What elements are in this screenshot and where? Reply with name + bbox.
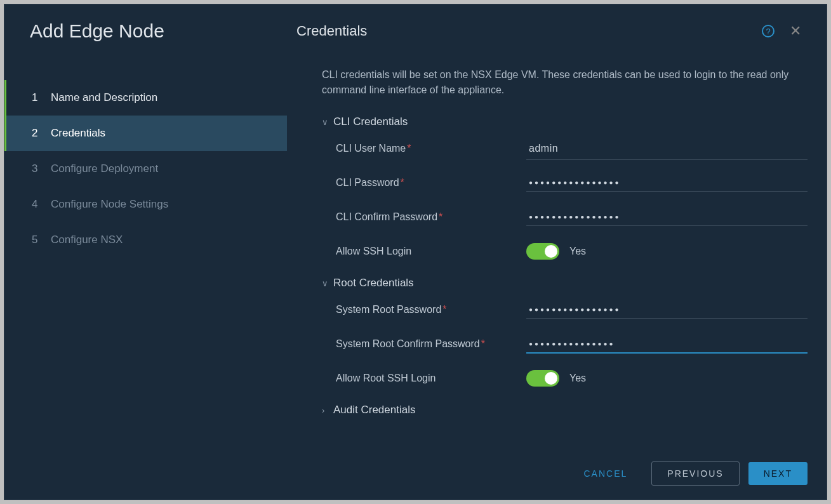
cancel-button[interactable]: CANCEL	[569, 462, 643, 485]
root-confirm-password-row: System Root Confirm Password*	[336, 330, 808, 358]
step-configure-node-settings[interactable]: 4 Configure Node Settings	[4, 187, 287, 222]
add-edge-node-dialog: Add Edge Node Credentials ? ✕ 1 Name and…	[4, 4, 827, 500]
allow-root-ssh-toggle[interactable]	[526, 370, 559, 387]
step-label: Credentials	[51, 127, 105, 140]
allow-ssh-toggle[interactable]	[526, 243, 559, 260]
wizard-steps: 1 Name and Description 2 Credentials 3 C…	[4, 48, 287, 500]
credentials-description: CLI credentials will be set on the NSX E…	[322, 67, 808, 98]
cli-confirm-password-row: CLI Confirm Password*	[336, 203, 808, 231]
root-credentials-section[interactable]: ∨ Root Credentials	[322, 277, 808, 289]
cli-confirm-password-input[interactable]	[526, 208, 808, 226]
step-configure-deployment[interactable]: 3 Configure Deployment	[4, 151, 287, 187]
step-name-description[interactable]: 1 Name and Description	[4, 80, 287, 116]
dialog-body: 1 Name and Description 2 Credentials 3 C…	[4, 48, 827, 500]
dialog-footer: CANCEL PREVIOUS NEXT	[287, 448, 827, 500]
previous-button[interactable]: PREVIOUS	[651, 461, 739, 486]
chevron-right-icon: ›	[322, 406, 333, 415]
close-icon[interactable]: ✕	[790, 23, 801, 39]
dialog-title: Add Edge Node	[30, 20, 296, 42]
dialog-header: Add Edge Node Credentials ? ✕	[4, 4, 827, 48]
content-panel: CLI credentials will be set on the NSX E…	[287, 48, 827, 500]
field-label: System Root Confirm Password	[336, 338, 480, 349]
cli-username-input[interactable]	[526, 138, 808, 160]
chevron-down-icon: ∨	[322, 117, 333, 127]
step-label: Name and Description	[51, 91, 157, 104]
scroll-area[interactable]: CLI credentials will be set on the NSX E…	[287, 67, 827, 448]
required-marker: *	[439, 211, 442, 222]
toggle-value: Yes	[569, 246, 586, 257]
panel-header: Credentials ? ✕	[296, 23, 801, 39]
required-marker: *	[401, 177, 404, 188]
field-label: CLI Confirm Password	[336, 211, 437, 222]
panel-title: Credentials	[296, 23, 367, 39]
step-credentials[interactable]: 2 Credentials	[4, 116, 287, 151]
step-number: 5	[32, 234, 51, 246]
step-number: 2	[32, 127, 51, 140]
step-label: Configure Deployment	[51, 162, 158, 175]
step-configure-nsx[interactable]: 5 Configure NSX	[4, 222, 287, 258]
section-title: Audit Credentials	[333, 404, 415, 416]
step-number: 3	[32, 162, 51, 175]
field-label: System Root Password	[336, 304, 441, 315]
field-label: CLI Password	[336, 177, 399, 188]
cli-credentials-section[interactable]: ∨ CLI Credentials	[322, 116, 808, 128]
chevron-down-icon: ∨	[322, 279, 333, 288]
section-title: CLI Credentials	[333, 116, 408, 128]
field-label: CLI User Name	[336, 143, 406, 154]
step-label: Configure Node Settings	[51, 198, 168, 211]
required-marker: *	[407, 143, 411, 154]
field-label: Allow SSH Login	[336, 246, 411, 256]
allow-ssh-row: Allow SSH Login Yes	[336, 237, 808, 265]
required-marker: *	[442, 304, 446, 315]
cli-username-row: CLI User Name*	[336, 135, 808, 162]
required-marker: *	[481, 338, 485, 349]
step-number: 1	[32, 91, 51, 104]
section-title: Root Credentials	[333, 277, 414, 289]
cli-password-row: CLI Password*	[336, 169, 808, 197]
root-password-row: System Root Password*	[336, 296, 808, 324]
root-password-input[interactable]	[526, 301, 808, 319]
step-label: Configure NSX	[51, 234, 123, 246]
audit-credentials-section[interactable]: › Audit Credentials	[322, 404, 808, 416]
cli-password-input[interactable]	[526, 174, 808, 192]
next-button[interactable]: NEXT	[748, 462, 808, 485]
root-confirm-password-input[interactable]	[526, 335, 808, 354]
help-icon[interactable]: ?	[762, 25, 774, 37]
step-number: 4	[32, 198, 51, 211]
field-label: Allow Root SSH Login	[336, 373, 435, 383]
toggle-value: Yes	[569, 373, 586, 384]
allow-root-ssh-row: Allow Root SSH Login Yes	[336, 364, 808, 392]
